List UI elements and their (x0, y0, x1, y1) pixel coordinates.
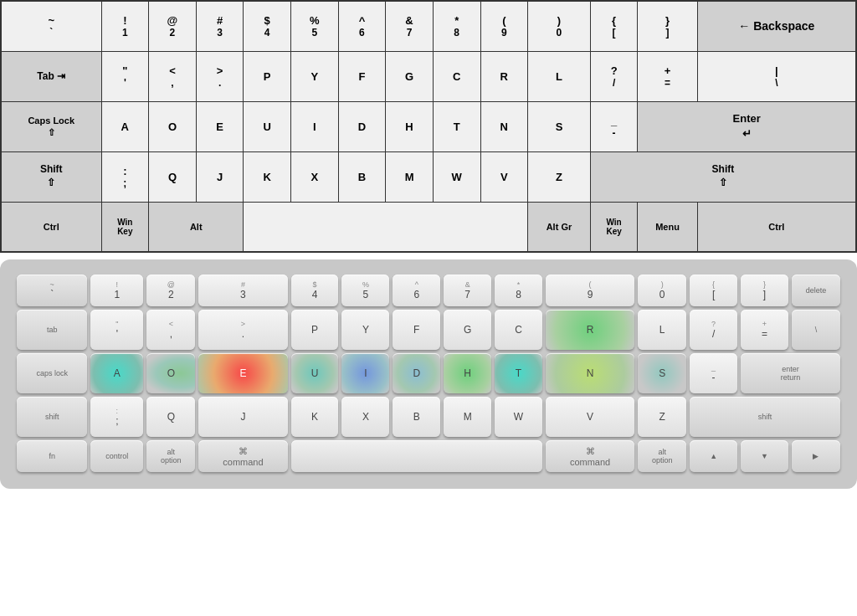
key-o: O (149, 101, 197, 151)
hk-4: $ 4 (291, 275, 339, 306)
key-i: I (291, 101, 339, 151)
hk-tab: tab (17, 310, 87, 350)
key-9: ( 9 (480, 1, 528, 51)
key-x: X (291, 151, 339, 202)
key-u: U (244, 101, 291, 151)
key-lwin: WinKey (101, 202, 149, 252)
key-b: B (338, 151, 386, 202)
key-lalt: Alt (149, 202, 244, 252)
key-q: Q (149, 151, 197, 202)
hk-down: ▼ (741, 440, 788, 472)
key-enter: Enter↵ (638, 101, 856, 151)
key-v: V (480, 151, 528, 202)
hk-3: # 3 (198, 275, 287, 306)
hk-7: & 7 (444, 275, 491, 306)
key-capslock: Caps Lock⇧ (1, 101, 101, 151)
hk-5: % 5 (341, 275, 389, 306)
key-quote: " ' (101, 51, 149, 101)
key-slash: ? / (590, 51, 638, 101)
hk-delete: delete (792, 275, 840, 306)
hk-6: ^ 6 (393, 275, 440, 306)
key-w: W (433, 151, 480, 202)
key-lt: < , (149, 51, 197, 101)
key-5: % 5 (291, 1, 339, 51)
key-backspace: ← Backspace (697, 1, 856, 51)
key-plus: + = (638, 51, 697, 101)
hk-p2: P (291, 310, 339, 350)
hk-lshift2: shift (17, 397, 87, 437)
heatmap-keyboard: ~ ` ! 1 @ 2 # 3 $ 4 (13, 271, 844, 475)
hk-rcmd: ⌘command (546, 440, 634, 472)
key-space (244, 202, 528, 252)
hk-backslash2: \ (792, 310, 840, 350)
hk-c2: C (495, 310, 542, 350)
hk-g2: G (444, 310, 491, 350)
key-m: M (386, 151, 434, 202)
key-l: L (528, 51, 591, 101)
hk-right: ▶ (792, 440, 840, 472)
hk-rbrace: } ] (741, 275, 788, 306)
key-c: C (433, 51, 480, 101)
hk-ralt2: altoption (638, 440, 686, 472)
hk-r2: R (546, 310, 634, 350)
key-0: ) 0 (528, 1, 591, 51)
key-g: G (386, 51, 434, 101)
key-lctrl: Ctrl (1, 202, 101, 252)
hk-space2 (291, 440, 542, 472)
key-k: K (244, 151, 291, 202)
hk-9: ( 9 (546, 275, 634, 306)
hk-control: control (90, 440, 143, 472)
hk-plus2: + = (741, 310, 788, 350)
hk-l2: L (638, 310, 686, 350)
hk-rshift2: shift (690, 397, 840, 437)
hk-j2: J (198, 397, 287, 437)
key-3: # 3 (196, 1, 244, 51)
hk-d2: D (393, 353, 440, 393)
hk-lalt2: altoption (146, 440, 195, 472)
hk-lbrace: { [ (690, 275, 737, 306)
key-8: * 8 (433, 1, 480, 51)
hk-tilde: ~ ` (17, 275, 87, 306)
key-z: Z (528, 151, 591, 202)
hk-i2: I (341, 353, 389, 393)
key-6: ^ 6 (338, 1, 386, 51)
hk-dash2: _ - (690, 353, 737, 393)
key-4: $ 4 (244, 1, 291, 51)
key-rctrl: Ctrl (697, 202, 856, 252)
key-dash: _ - (590, 101, 638, 151)
key-n: N (480, 101, 528, 151)
hk-v2: V (546, 397, 634, 437)
hk-m2: M (444, 397, 491, 437)
hk-e2: E (198, 353, 287, 393)
key-e: E (196, 101, 244, 151)
key-tab: Tab ⇥ (1, 51, 101, 101)
hk-capslock: caps lock (17, 353, 87, 393)
key-1: ! 1 (101, 1, 149, 51)
key-y: Y (291, 51, 339, 101)
key-lbracket: { [ (590, 1, 638, 51)
dvorak-keyboard-diagram: ~ ` ! 1 @ 2 # 3 $ 4 % 5 (0, 0, 857, 253)
hk-h2: H (444, 353, 491, 393)
key-j: J (196, 151, 244, 202)
hk-2: @ 2 (146, 275, 195, 306)
hk-slash2: ? / (690, 310, 737, 350)
key-a: A (101, 101, 149, 151)
hk-lt2: < , (146, 310, 195, 350)
hk-a2: A (90, 353, 143, 393)
key-backtick: ~ ` (1, 1, 101, 51)
key-rbracket: } ] (638, 1, 697, 51)
key-backslash: | \ (697, 51, 856, 101)
heatmap-keyboard-section: ~ ` ! 1 @ 2 # 3 $ 4 (0, 259, 857, 489)
key-t: T (433, 101, 480, 151)
key-colon: : ; (101, 151, 149, 202)
key-p: P (244, 51, 291, 101)
hk-o2: O (146, 353, 195, 393)
hk-q2: Q (146, 397, 195, 437)
hk-quote: " ' (90, 310, 143, 350)
key-f: F (338, 51, 386, 101)
hk-z2: Z (638, 397, 686, 437)
hk-0: ) 0 (638, 275, 686, 306)
hk-enter: enterreturn (741, 353, 840, 393)
hk-w2: W (495, 397, 542, 437)
hk-y2: Y (341, 310, 389, 350)
